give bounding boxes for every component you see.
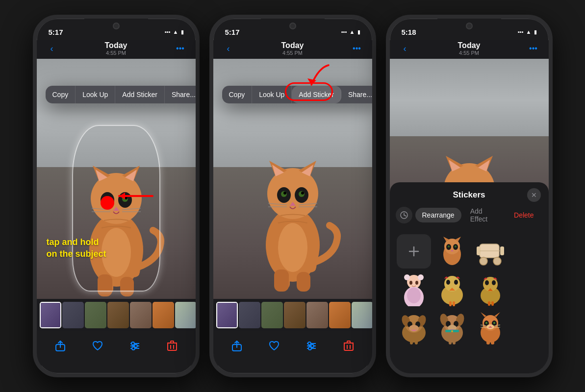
strip-thumb-2b[interactable] [239, 302, 260, 328]
delete-tab[interactable]: Delete [507, 208, 540, 222]
recent-stickers-tab[interactable] [396, 207, 412, 223]
back-button-3[interactable]: ‹ [398, 41, 412, 56]
strip-thumb-7[interactable] [175, 302, 196, 328]
strip-thumb-5b[interactable] [306, 302, 328, 328]
menu-copy-1[interactable]: Copy [46, 86, 76, 103]
phone-notch-1 [84, 19, 148, 33]
photo-bg-1: Copy Look Up Add Sticker Share... tap an… [37, 59, 196, 299]
svg-point-96 [455, 245, 457, 247]
add-effect-tab[interactable]: Add Effect [463, 204, 505, 226]
menu-addsticker-1[interactable]: Add Sticker [115, 86, 165, 103]
svg-point-109 [415, 281, 418, 285]
rearrange-tab[interactable]: Rearrange [415, 208, 461, 222]
heart-btn-1[interactable] [87, 335, 108, 357]
instruction-line2: on the subject [47, 249, 106, 259]
status-icons-2: ▪▪▪ ▲ ▮ [341, 29, 360, 35]
instruction-text-1: tap and hold on the subject [47, 237, 106, 260]
svg-rect-124 [491, 301, 494, 306]
stickers-close-btn[interactable]: ✕ [527, 188, 541, 202]
svg-rect-123 [488, 301, 490, 306]
phone-3: 5:18 ▪▪▪ ▲ ▮ ‹ Today 4:55 PM ••• [386, 15, 553, 377]
back-button-1[interactable]: ‹ [45, 41, 59, 56]
strip-thumb-4[interactable] [107, 302, 129, 328]
menu-share-1[interactable]: Share... [165, 86, 196, 103]
strip-thumb-6b[interactable] [329, 302, 351, 328]
svg-point-99 [480, 257, 487, 265]
adjust-btn-1[interactable] [124, 335, 146, 357]
status-time-3: 5:18 [402, 28, 416, 36]
stickers-panel: Stickers ✕ Rearrange Add Effect Delete [390, 182, 549, 373]
strip-thumb-3b[interactable] [261, 302, 283, 328]
svg-rect-132 [410, 339, 413, 344]
add-sticker-btn[interactable] [397, 234, 431, 269]
sticker-baby[interactable] [397, 272, 431, 307]
nav-title-sub-1: 4:55 PM [105, 50, 127, 56]
svg-rect-133 [415, 339, 418, 344]
svg-marker-148 [494, 312, 500, 317]
sticker-cart[interactable] [473, 234, 508, 269]
strip-thumb-6[interactable] [153, 302, 174, 328]
strip-thumb-3[interactable] [85, 302, 106, 328]
strip-thumb-4b[interactable] [284, 302, 305, 328]
svg-marker-147 [481, 312, 486, 317]
phone-notch-2 [261, 19, 325, 33]
svg-point-100 [493, 257, 501, 265]
back-button-2[interactable]: ‹ [221, 41, 236, 56]
more-button-1[interactable]: ••• [173, 41, 188, 56]
svg-rect-117 [453, 301, 455, 306]
nav-bar-3: ‹ Today 4:55 PM ••• [390, 40, 549, 59]
svg-marker-58 [307, 78, 316, 85]
nav-title-main-2: Today [281, 41, 304, 50]
svg-point-107 [418, 274, 424, 280]
menu-copy-2[interactable]: Copy [222, 86, 253, 103]
sticker-fox[interactable] [473, 311, 508, 345]
nav-title-2: Today 4:55 PM [281, 41, 304, 56]
svg-rect-68 [347, 341, 350, 343]
signal-icon-3: ▪▪▪ [518, 29, 524, 35]
cat-image-2 [239, 113, 347, 299]
photo-area-1: Copy Look Up Add Sticker Share... tap an… [37, 59, 196, 299]
svg-point-63 [308, 342, 311, 345]
nav-title-main-3: Today [458, 41, 481, 50]
svg-rect-31 [168, 343, 177, 350]
context-menu-1: Copy Look Up Add Sticker Share... [46, 86, 196, 103]
strip-thumb-2[interactable] [62, 302, 84, 328]
delete-btn-2[interactable] [338, 335, 359, 357]
svg-point-64 [311, 344, 314, 347]
svg-point-65 [308, 347, 311, 350]
photo-strip-1 [37, 299, 196, 331]
sticker-dog1[interactable] [397, 311, 431, 345]
stickers-title: Stickers [453, 190, 485, 200]
more-button-3[interactable]: ••• [526, 41, 541, 56]
stickers-header: Stickers ✕ [390, 182, 549, 204]
red-arrow-2 [297, 63, 336, 90]
svg-point-47 [301, 192, 304, 195]
selection-glow-1 [72, 125, 160, 292]
svg-point-95 [448, 245, 450, 247]
menu-share-2[interactable]: Share... [341, 86, 372, 103]
strip-thumb-5[interactable] [130, 302, 152, 328]
delete-btn-1[interactable] [161, 335, 183, 357]
heart-btn-2[interactable] [263, 335, 285, 357]
battery-icon: ▮ [181, 29, 184, 35]
nav-title-1: Today 4:55 PM [105, 41, 127, 56]
sticker-dog2[interactable] [435, 311, 469, 345]
strip-thumb-active-1[interactable] [40, 302, 61, 328]
svg-point-151 [485, 322, 487, 324]
adjust-btn-2[interactable] [301, 335, 322, 357]
strip-thumb-active-2[interactable] [216, 302, 238, 328]
svg-point-114 [446, 280, 450, 285]
share-btn-1[interactable] [50, 335, 71, 357]
sticker-chicken1[interactable] [435, 272, 469, 307]
strip-thumb-7b[interactable] [352, 302, 372, 328]
sticker-cat[interactable] [435, 234, 469, 269]
menu-lookup-1[interactable]: Look Up [76, 86, 115, 103]
red-dot-1 [101, 196, 114, 210]
svg-line-86 [404, 215, 406, 216]
status-time-2: 5:17 [225, 28, 240, 36]
share-btn-2[interactable] [226, 335, 248, 357]
more-button-2[interactable]: ••• [350, 41, 364, 56]
bottom-toolbar-1 [37, 331, 196, 366]
sticker-chicken2[interactable] [473, 272, 508, 307]
svg-rect-116 [449, 301, 452, 306]
